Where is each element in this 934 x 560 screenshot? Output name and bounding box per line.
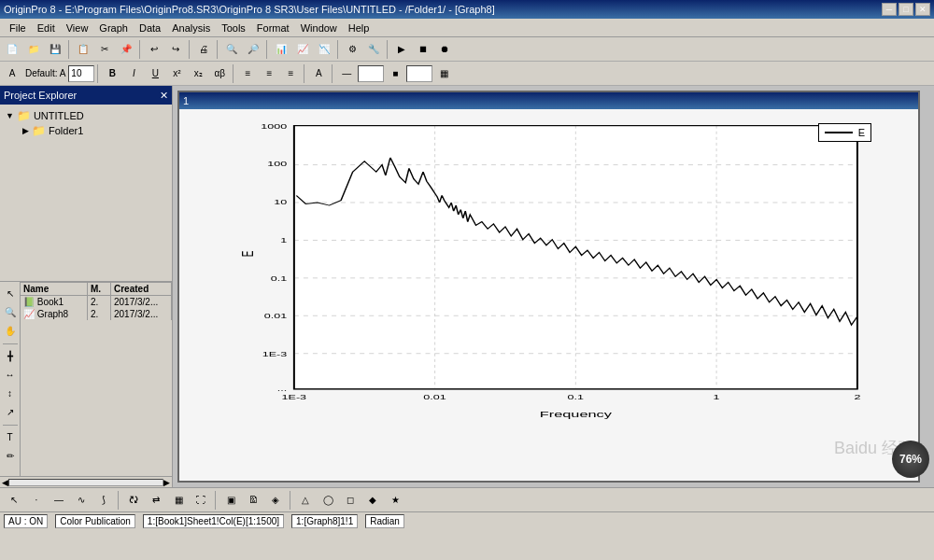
menu-file[interactable]: File	[4, 21, 32, 35]
cell-ref-status: 1:[Book1]Sheet1!Col(E)[1:1500]	[143, 514, 284, 528]
open-button[interactable]: 📁	[23, 39, 44, 60]
text-tool[interactable]: T	[2, 429, 19, 446]
bt-btn-4[interactable]: ∿	[71, 490, 92, 511]
bold-button[interactable]: B	[102, 63, 122, 84]
separator-6	[337, 40, 339, 59]
bt-btn-10[interactable]: ▣	[220, 490, 241, 511]
italic-button[interactable]: I	[123, 63, 144, 84]
line-width-input[interactable]	[358, 65, 384, 82]
bt-btn-7[interactable]: ⇄	[146, 490, 166, 511]
tool-btn-1[interactable]: ⚙	[342, 39, 362, 60]
tree-root[interactable]: ▼ 📁 UNTITLED	[4, 108, 168, 123]
misc-btn-3[interactable]: ⏺	[434, 39, 455, 60]
greek-button[interactable]: αβ	[209, 63, 230, 84]
tool-sep-1	[3, 343, 18, 344]
legend-line	[825, 132, 853, 133]
bt-btn-6[interactable]: 🗘	[123, 490, 144, 511]
fill-btn[interactable]: ■	[385, 63, 405, 84]
bt-btn-15[interactable]: ◻	[340, 490, 361, 511]
left-scrollbar[interactable]: ◀ ▶	[0, 476, 172, 487]
toolbar-2: A Default: A B I U x² x₂ αβ ≡ ≡ ≡ A — ■ …	[0, 62, 934, 86]
graph-btn-1[interactable]: 📊	[271, 39, 291, 60]
align-right[interactable]: ≡	[280, 63, 301, 84]
align-left[interactable]: ≡	[237, 63, 258, 84]
align-center[interactable]: ≡	[259, 63, 279, 84]
svg-text:0.1: 0.1	[568, 394, 585, 401]
menu-tools[interactable]: Tools	[216, 21, 251, 35]
file-row-graph8[interactable]: 📈 Graph8 2. 2017/3/2...	[21, 308, 172, 320]
menu-analysis[interactable]: Analysis	[166, 21, 216, 35]
menu-data[interactable]: Data	[134, 21, 166, 35]
scroll-left[interactable]: ◀	[2, 478, 8, 487]
graph-btn-2[interactable]: 📈	[292, 39, 313, 60]
bt-btn-5[interactable]: ⟆	[93, 490, 114, 511]
draw-tool-3[interactable]: ↕	[2, 385, 19, 402]
copy-button[interactable]: 📋	[73, 39, 93, 60]
color-btn[interactable]: A	[308, 63, 329, 84]
pattern-btn[interactable]: ▦	[433, 63, 454, 84]
edit-tool[interactable]: ✏	[2, 448, 19, 465]
bt-btn-13[interactable]: △	[295, 490, 316, 511]
save-button[interactable]: 💾	[45, 39, 65, 60]
bt-btn-11[interactable]: 🖻	[243, 490, 263, 511]
bt-btn-16[interactable]: ◆	[362, 490, 383, 511]
misc-btn-1[interactable]: ▶	[391, 39, 412, 60]
sep-t3	[304, 64, 305, 83]
close-button[interactable]: ✕	[915, 3, 930, 16]
menu-window[interactable]: Window	[295, 21, 343, 35]
graph-window: 1 E	[177, 91, 920, 483]
scroll-track[interactable]	[8, 479, 163, 486]
color-pub-status: Color Publication	[55, 514, 135, 528]
bt-btn-9[interactable]: ⛶	[191, 490, 211, 511]
titlebar-buttons: ─ □ ✕	[882, 3, 930, 16]
maximize-button[interactable]: □	[899, 3, 913, 16]
bt-btn-17[interactable]: ★	[385, 490, 405, 511]
misc-btn-2[interactable]: ⏹	[413, 39, 433, 60]
undo-button[interactable]: ↩	[144, 39, 164, 60]
font-size-input[interactable]	[68, 65, 94, 82]
root-label[interactable]: UNTITLED	[34, 110, 84, 121]
fill-size-input[interactable]	[406, 65, 432, 82]
subscript-button[interactable]: x₂	[188, 63, 208, 84]
new-button[interactable]: 📄	[2, 39, 22, 60]
project-explorer: Project Explorer ✕ ▼ 📁 UNTITLED ▶ 📁 Fold…	[0, 86, 172, 281]
draw-tool-1[interactable]: ╋	[2, 348, 19, 365]
pointer-tool[interactable]: ↖	[2, 286, 19, 302]
tree-folder1[interactable]: ▶ 📁 Folder1	[4, 123, 168, 138]
draw-tool-4[interactable]: ↗	[2, 404, 19, 421]
bt-btn-3[interactable]: —	[49, 490, 69, 511]
zoom-tool[interactable]: 🔍	[2, 304, 19, 321]
redo-button[interactable]: ↪	[165, 39, 186, 60]
cut-button[interactable]: ✂	[94, 39, 115, 60]
minimize-button[interactable]: ─	[882, 3, 897, 16]
cursor-tool[interactable]: A	[2, 63, 22, 84]
menu-edit[interactable]: Edit	[32, 21, 61, 35]
menu-graph[interactable]: Graph	[93, 21, 134, 35]
svg-text:1: 1	[714, 394, 720, 401]
project-explorer-close[interactable]: ✕	[160, 90, 168, 102]
print-button[interactable]: 🖨	[193, 39, 214, 60]
bt-btn-2[interactable]: ·	[26, 490, 47, 511]
paste-button[interactable]: 📌	[116, 39, 136, 60]
folder1-label[interactable]: Folder1	[49, 125, 83, 136]
superscript-button[interactable]: x²	[166, 63, 187, 84]
sep-t1	[97, 64, 99, 83]
bt-btn-12[interactable]: ◈	[265, 490, 286, 511]
scroll-right[interactable]: ▶	[163, 478, 170, 487]
menu-format[interactable]: Format	[251, 21, 295, 35]
menu-view[interactable]: View	[61, 21, 94, 35]
zoom-in-button[interactable]: 🔍	[221, 39, 242, 60]
separator-5	[266, 40, 268, 59]
file-row-book1[interactable]: 📗 Book1 2. 2017/3/2...	[21, 296, 172, 308]
underline-button[interactable]: U	[145, 63, 165, 84]
draw-tool-2[interactable]: ↔	[2, 367, 19, 384]
bt-btn-8[interactable]: ▦	[168, 490, 189, 511]
zoom-out-button[interactable]: 🔎	[243, 39, 263, 60]
pan-tool[interactable]: ✋	[2, 323, 19, 340]
bt-btn-1[interactable]: ↖	[4, 490, 24, 511]
tool-btn-2[interactable]: 🔧	[363, 39, 384, 60]
menu-help[interactable]: Help	[343, 21, 375, 35]
line-style[interactable]: —	[336, 63, 357, 84]
bt-btn-14[interactable]: ◯	[318, 490, 338, 511]
graph-btn-3[interactable]: 📉	[314, 39, 334, 60]
